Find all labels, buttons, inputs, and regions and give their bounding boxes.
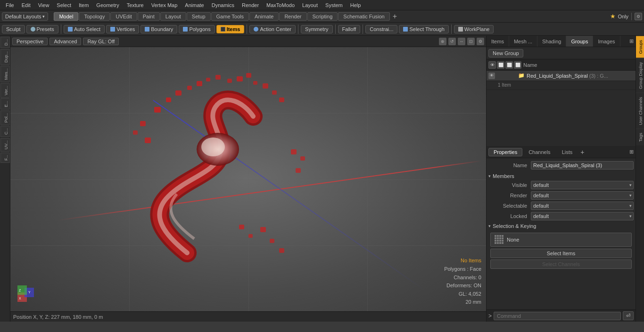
command-input[interactable] <box>494 312 621 320</box>
falloff-button[interactable]: Falloff <box>338 25 361 33</box>
menu-animate[interactable]: Animate <box>181 1 207 9</box>
none-button[interactable]: None <box>490 233 632 247</box>
raygl-button[interactable]: Ray GL: Off <box>83 38 119 45</box>
visible-select-wrap: default <box>531 181 634 189</box>
menu-file[interactable]: File <box>2 1 18 9</box>
props-tab-lists[interactable]: Lists <box>557 148 578 156</box>
perspective-button[interactable]: Perspective <box>12 38 48 45</box>
vtab-groups[interactable]: Groups <box>636 36 644 58</box>
tab-gametools[interactable]: Game Tools <box>211 12 249 21</box>
sel-keying-header[interactable]: Selection & Keying <box>488 223 634 229</box>
viewport-icon-2[interactable]: ↺ <box>448 38 456 45</box>
rp-tab-expand[interactable]: ⊞ <box>627 37 636 45</box>
props-tab-channels[interactable]: Channels <box>523 148 555 156</box>
constrain-button[interactable]: Constrai... <box>365 25 397 33</box>
left-tab-6[interactable]: C... <box>0 126 10 137</box>
sculpt-button[interactable]: Sculpt <box>2 25 25 33</box>
props-expand-button[interactable]: ⊞ <box>629 149 634 155</box>
menu-maxtomodo[interactable]: MaxToModo <box>263 1 298 9</box>
lock-icon-btn[interactable]: ⬜ <box>505 61 513 69</box>
viewport-canvas[interactable]: X Y Z No Items Polygons : Face Channels:… <box>10 47 486 311</box>
eye-icon: 👁 <box>488 73 495 79</box>
select-channels-button[interactable]: Select Channels <box>490 259 632 269</box>
advanced-button[interactable]: Advanced <box>50 38 81 45</box>
cmd-go-button[interactable]: ⏎ <box>623 311 634 320</box>
layout-dropdown[interactable]: Default Layouts <box>2 12 48 21</box>
menu-view[interactable]: View <box>34 1 53 9</box>
menu-vertex-map[interactable]: Vertex Map <box>148 1 182 9</box>
menu-item[interactable]: Item <box>75 1 92 9</box>
tab-items[interactable]: Items <box>487 36 509 47</box>
workplane-button[interactable]: WorkPlane <box>454 25 494 33</box>
menu-system[interactable]: System <box>322 1 347 9</box>
command-bar: > ⏎ <box>487 309 636 322</box>
visible-select[interactable]: default <box>531 181 634 189</box>
eye-icon-btn[interactable]: 👁 <box>488 61 496 69</box>
left-tab-8[interactable]: F... <box>0 153 10 163</box>
menu-edit[interactable]: Edit <box>18 1 34 9</box>
tab-model[interactable]: Model <box>54 12 78 21</box>
menu-texture[interactable]: Texture <box>123 1 148 9</box>
tab-scripting[interactable]: Scripting <box>307 12 338 21</box>
menu-select[interactable]: Select <box>53 1 75 9</box>
menu-dynamics[interactable]: Dynamics <box>208 1 238 9</box>
left-tab-7[interactable]: UV... <box>0 138 10 152</box>
name-label: Name <box>488 162 531 168</box>
add-props-tab-button[interactable]: + <box>580 148 584 156</box>
left-tab-2[interactable]: Mes... <box>0 66 10 82</box>
polygons-button[interactable]: Polygons <box>179 25 215 33</box>
members-section-header[interactable]: Members <box>488 173 634 179</box>
viewport-icon-5[interactable]: ⚙ <box>477 38 484 45</box>
left-tab-4[interactable]: E... <box>0 98 10 110</box>
svg-text:Z: Z <box>19 289 21 292</box>
boundary-button[interactable]: Boundary <box>140 25 177 33</box>
tab-uvedit[interactable]: UVEdit <box>110 12 137 21</box>
render-select[interactable]: default <box>531 191 634 200</box>
add-tab-button[interactable]: + <box>393 12 397 21</box>
locked-select[interactable]: default <box>531 212 634 220</box>
props-tab-properties[interactable]: Properties <box>488 148 522 156</box>
tab-topology[interactable]: Topology <box>79 12 110 21</box>
vtab-tags[interactable]: Tags <box>636 129 644 146</box>
vertices-button[interactable]: Vertices <box>106 25 139 33</box>
tab-setup[interactable]: Setup <box>187 12 211 21</box>
tab-mesh[interactable]: Mesh ... <box>509 36 537 47</box>
left-tab-5[interactable]: Pol... <box>0 111 10 125</box>
selectable-select[interactable]: default <box>531 202 634 210</box>
viewport-icon-1[interactable]: ⊕ <box>439 38 446 45</box>
visible-label: Visible <box>488 182 531 188</box>
tab-images[interactable]: Images <box>593 36 620 47</box>
left-tab-3[interactable]: Ver... <box>0 83 10 98</box>
left-tab-0[interactable]: D... <box>0 37 10 48</box>
menu-geometry[interactable]: Geometry <box>92 1 123 9</box>
group-item-name: Red_Liquid_Splash_Spiral (3) : G... <box>527 73 634 79</box>
tab-paint[interactable]: Paint <box>138 12 160 21</box>
viewport-icon-3[interactable]: ↔ <box>458 38 465 45</box>
menu-help[interactable]: Help <box>347 1 365 9</box>
tab-layout[interactable]: Layout <box>160 12 186 21</box>
group-item-0[interactable]: 👁 📁 Red_Liquid_Splash_Spiral (3) : G... <box>487 71 636 81</box>
dot-icon-btn[interactable]: ⬜ <box>514 61 521 69</box>
select-items-button[interactable]: Select Items <box>490 249 632 258</box>
cam-icon-btn[interactable]: ⬜ <box>497 61 504 69</box>
auto-select-button[interactable]: Auto Select <box>64 25 105 33</box>
tab-schematic-fusion[interactable]: Schematic Fusion <box>338 12 389 21</box>
tab-shading[interactable]: Shading <box>537 36 566 47</box>
presets-button[interactable]: Presets <box>26 25 58 33</box>
vtab-group-display[interactable]: Group Display <box>636 58 644 93</box>
left-tab-1[interactable]: Dup... <box>0 49 10 65</box>
items-button[interactable]: Items <box>216 25 245 33</box>
tab-animate[interactable]: Animate <box>249 12 279 21</box>
action-center-button[interactable]: Action Center <box>249 25 296 33</box>
tab-render[interactable]: Render <box>279 12 306 21</box>
viewport-icon-4[interactable]: ⊡ <box>467 38 475 45</box>
name-input[interactable] <box>531 161 634 170</box>
menu-render[interactable]: Render <box>238 1 263 9</box>
menu-layout[interactable]: Layout <box>298 1 322 9</box>
new-group-button[interactable]: New Group <box>488 49 523 57</box>
tab-groups[interactable]: Groups <box>566 36 593 47</box>
symmetry-button[interactable]: Symmetry <box>301 25 333 33</box>
select-through-button[interactable]: Select Through <box>399 25 448 33</box>
vtab-user-channels[interactable]: User Channels <box>636 93 644 129</box>
settings-icon[interactable]: ⚙ <box>635 13 642 20</box>
